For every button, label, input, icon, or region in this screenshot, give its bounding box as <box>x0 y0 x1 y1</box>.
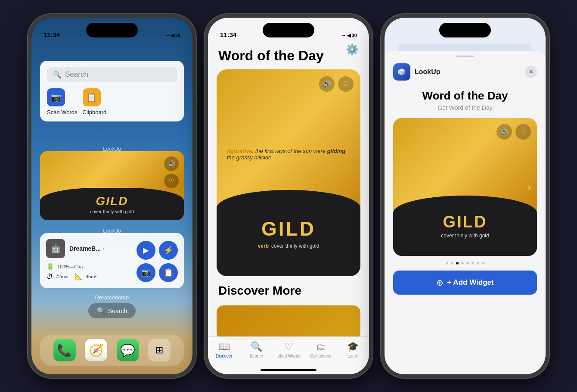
word-of-the-day-title: Word of the Day <box>218 48 324 64</box>
modal-gild-buttons: 🔊 ♡ <box>496 124 531 140</box>
like-btn-large[interactable]: ♡ <box>338 76 354 92</box>
search-bar[interactable]: 🔍 Search <box>47 67 177 82</box>
sound-button[interactable]: 🔊 <box>164 156 179 171</box>
home-indicator-2 <box>261 369 316 371</box>
collections-icon: 🗂 <box>316 341 326 352</box>
dreambot-header: 🤖 DreameB... › <box>46 239 132 258</box>
battery-icon: 🔋 <box>46 262 55 271</box>
tab-discover-label: Discover <box>216 354 233 358</box>
dynamic-island-2 <box>263 23 314 37</box>
gild-widget-bottom: GILD cover thinly with gold <box>40 188 184 220</box>
dynamic-island-1 <box>86 23 138 37</box>
clipboard-label: Clipboard <box>83 109 107 115</box>
phone1-background: 11:34 ▪▪ ◀ 30 🔍 Search 📷 Scan Words <box>31 18 192 374</box>
phone2-background: 11:34 ▪▪ ◀ 30 ⚙️ Word of the Day 🔊 ♡ fig… <box>208 18 369 374</box>
search-icon: 🔍 <box>53 71 62 79</box>
tab-collections-label: Collections <box>310 354 331 358</box>
phone-1: 11:34 ▪▪ ◀ 30 🔍 Search 📷 Scan Words <box>28 14 196 378</box>
dreambot-battery-row: 🔋 100%—Cha... <box>46 262 132 271</box>
status-icons-1: ▪▪ ◀ 30 <box>166 33 180 38</box>
search-bar-placeholder: Search <box>65 70 88 79</box>
dreambot-content: 🤖 DreameB... › 🔋 100%—Cha... <box>46 239 178 282</box>
dreambot-image: 🤖 <box>46 239 65 258</box>
dock-grid-icon[interactable]: ⊞ <box>148 339 171 361</box>
settings-gear-icon[interactable]: ⚙️ <box>346 44 359 56</box>
lightning-button[interactable]: ⚡ <box>159 241 178 260</box>
status-time-2: 11:34 <box>220 31 236 38</box>
dot-1 <box>446 262 448 264</box>
dot-8 <box>482 262 484 264</box>
dot-5 <box>466 262 469 264</box>
dock-safari-icon[interactable]: 🧭 <box>85 339 107 361</box>
tab-learn-label: Learn <box>347 354 359 358</box>
phone-3: LookUp ✕ Word of the Day Get Word of the… <box>381 14 549 378</box>
tab-liked-words-label: Liked Words <box>276 354 300 358</box>
learn-icon: 🎓 <box>347 341 359 352</box>
dot-4 <box>461 262 464 264</box>
dreambot-action-buttons: ▶ ⚡ 📷 📋 <box>136 241 178 282</box>
modal-gild-def: cover thinly with gold <box>441 233 489 239</box>
modal-title: Word of the Day <box>385 89 546 103</box>
gild-definition: cover thinly with gold <box>90 209 134 214</box>
widget-actions: 📷 Scan Words 📋 Clipboard <box>47 88 177 115</box>
tab-search[interactable]: 🔍 Search <box>240 341 273 358</box>
pagination-dots <box>385 262 546 264</box>
add-widget-button[interactable]: ⊕ + Add Widget <box>393 271 537 295</box>
gild-widget[interactable]: 🔊 ♡ GILD cover thinly with gold <box>40 151 184 220</box>
scan-words-label: Scan Words <box>47 109 78 115</box>
search-widget[interactable]: 🔍 Search 📷 Scan Words 📋 Clipboard <box>40 61 184 121</box>
modal-subtitle: Get Word of the Day <box>385 104 546 111</box>
phone3-background: LookUp ✕ Word of the Day Get Word of the… <box>385 18 546 374</box>
gild-card-buttons: 🔊 ♡ <box>319 76 354 92</box>
dreamhome-section: Dreamehome 🔍 Search <box>31 294 192 318</box>
list-button[interactable]: 📋 <box>159 263 178 282</box>
dock-phone-icon[interactable]: 📞 <box>53 339 76 361</box>
plus-icon: ⊕ <box>436 277 444 288</box>
search-icon-small: 🔍 <box>97 307 105 315</box>
tab-collections[interactable]: 🗂 Collections <box>304 341 337 358</box>
discover-more-title: Discover More <box>218 284 301 298</box>
modal-sheet: LookUp ✕ Word of the Day Get Word of the… <box>385 51 546 374</box>
dot-7 <box>477 262 479 264</box>
tab-search-label: Search <box>249 354 263 358</box>
gild-pos: verb <box>258 243 269 249</box>
battery-status: 100%—Cha... <box>57 264 87 269</box>
lookup-app-icon <box>393 63 410 81</box>
tab-bar: 📖 Discover 🔍 Search ♡ Liked Words 🗂 Coll… <box>208 336 369 374</box>
dreambot-widget[interactable]: 🤖 DreameB... › 🔋 100%—Cha... <box>40 233 184 288</box>
modal-header: LookUp ✕ <box>385 57 546 85</box>
sound-btn-large[interactable]: 🔊 <box>319 76 335 92</box>
modal-like-btn[interactable]: ♡ <box>515 124 531 140</box>
gild-card-large[interactable]: 🔊 ♡ figurative: the first rays of the su… <box>217 69 360 276</box>
tab-liked-words[interactable]: ♡ Liked Words <box>273 341 305 358</box>
discover-card[interactable] <box>217 305 360 340</box>
dock-messages-icon[interactable]: 💬 <box>117 339 139 361</box>
discover-icon: 📖 <box>218 341 230 352</box>
camera-button[interactable]: 📷 <box>136 263 155 282</box>
gild-card-wave: GILD verb cover thinly with gold <box>217 190 360 276</box>
gild-widget-bg: 🔊 ♡ GILD cover thinly with gold <box>40 151 184 220</box>
heart-tab-icon: ♡ <box>284 341 293 352</box>
dot-2 <box>451 262 453 264</box>
modal-gild-card[interactable]: 🔊 ♡ › GILD cover thinly with gold <box>393 118 537 256</box>
dot-3-active <box>456 262 459 264</box>
tab-learn[interactable]: 🎓 Learn <box>337 341 369 358</box>
figurative-label: figurative <box>227 148 252 154</box>
area-status: 45m² <box>86 274 96 279</box>
dreamhome-search-text: Search <box>108 308 127 314</box>
like-button[interactable]: ♡ <box>164 174 179 188</box>
dreambot-time-row: ⏱ 72min 📐 45m² <box>46 272 132 280</box>
modal-gild-wave: GILD cover thinly with gold <box>393 196 537 256</box>
card-arrow-icon: › <box>527 181 531 193</box>
phone-2: 11:34 ▪▪ ◀ 30 ⚙️ Word of the Day 🔊 ♡ fig… <box>205 14 372 378</box>
modal-close-button[interactable]: ✕ <box>525 66 537 78</box>
scan-words-action[interactable]: 📷 Scan Words <box>47 88 78 115</box>
modal-app-info: LookUp <box>393 63 441 81</box>
tab-discover[interactable]: 📖 Discover <box>208 341 240 358</box>
play-button[interactable]: ▶ <box>136 241 155 260</box>
dreamhome-search-button[interactable]: 🔍 Search <box>88 303 136 318</box>
modal-sound-btn[interactable]: 🔊 <box>496 124 512 140</box>
time-status: 72min <box>56 274 68 279</box>
clipboard-action[interactable]: 📋 Clipboard <box>83 88 107 115</box>
scan-words-icon: 📷 <box>47 88 65 106</box>
